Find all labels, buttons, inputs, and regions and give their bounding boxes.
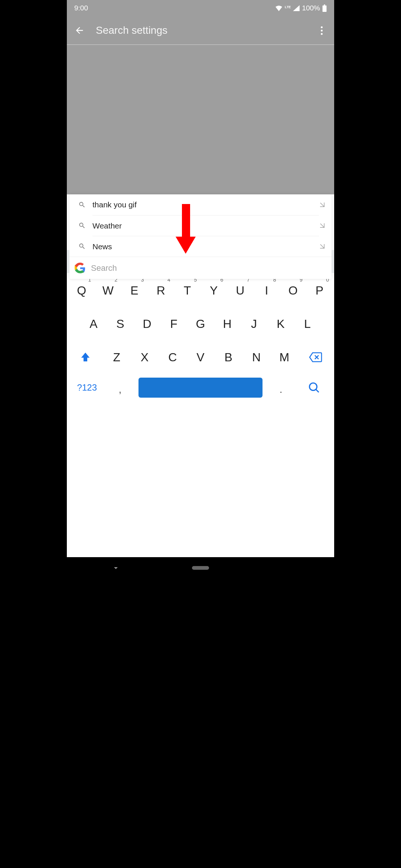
status-icons: LTE 100%: [275, 4, 327, 12]
signal-icon: [293, 5, 300, 11]
search-icon: [78, 243, 86, 250]
key-p[interactable]: 0P: [306, 275, 333, 306]
key-j[interactable]: J: [241, 309, 267, 339]
spacebar-surface: [138, 378, 263, 398]
keyboard: 1Q2W3E4R5T6Y7U8I9O0P ASDFGHJKL ZXCVBNM ?…: [67, 273, 334, 557]
key-v[interactable]: V: [186, 342, 214, 372]
search-icon: [78, 222, 86, 229]
keyboard-row-3: ZXCVBNM: [68, 342, 333, 372]
status-time: 9:00: [74, 4, 88, 12]
insert-suggestion-icon[interactable]: [319, 201, 326, 208]
google-logo-icon: [75, 263, 86, 274]
key-z[interactable]: Z: [103, 342, 131, 372]
key-m[interactable]: M: [270, 342, 298, 372]
key-c[interactable]: C: [159, 342, 186, 372]
key-e[interactable]: 3E: [121, 275, 147, 306]
key-o[interactable]: 9O: [280, 275, 306, 306]
search-action-key[interactable]: [295, 372, 333, 403]
key-u[interactable]: 7U: [227, 275, 253, 306]
svg-rect-2: [182, 204, 190, 238]
keyboard-row-1: 1Q2W3E4R5T6Y7U8I9O0P: [68, 275, 333, 306]
app-bar: Search settings: [67, 16, 334, 45]
key-n[interactable]: N: [242, 342, 270, 372]
keyboard-dismiss-button[interactable]: [111, 563, 120, 572]
search-suggestions-panel: thank you gif Weather News Search: [69, 194, 332, 279]
arrow-back-icon: [74, 25, 85, 36]
key-d[interactable]: D: [134, 309, 160, 339]
navigation-bar: [67, 557, 334, 579]
appbar-divider: [67, 45, 334, 45]
key-a[interactable]: A: [80, 309, 107, 339]
key-b[interactable]: B: [215, 342, 242, 372]
comma-key[interactable]: ,: [106, 372, 134, 403]
back-button[interactable]: [72, 23, 87, 38]
annotation-arrow: [176, 204, 196, 254]
search-icon: [309, 382, 320, 393]
key-t[interactable]: 5T: [174, 275, 200, 306]
key-k[interactable]: K: [267, 309, 294, 339]
key-f[interactable]: F: [160, 309, 187, 339]
search-placeholder: Search: [91, 263, 117, 273]
insert-suggestion-icon[interactable]: [319, 243, 326, 250]
key-i[interactable]: 8I: [253, 275, 280, 306]
symbols-key[interactable]: ?123: [68, 372, 106, 403]
overflow-menu-button[interactable]: [314, 26, 329, 35]
wifi-icon: [275, 5, 283, 11]
suggestion-row[interactable]: News: [69, 236, 332, 257]
key-x[interactable]: X: [131, 342, 159, 372]
suggestion-text: Weather: [92, 215, 319, 236]
key-h[interactable]: H: [214, 309, 241, 339]
keyboard-row-4: ?123 , .: [68, 372, 333, 403]
network-label: LTE: [285, 6, 291, 9]
key-w[interactable]: 2W: [95, 275, 121, 306]
more-vert-icon: [321, 26, 323, 28]
spacebar-key[interactable]: [134, 372, 267, 403]
battery-icon: [322, 4, 327, 12]
backspace-key[interactable]: [298, 342, 333, 372]
shift-icon: [80, 352, 91, 363]
suggestion-row[interactable]: Weather: [69, 215, 332, 236]
status-bar: 9:00 LTE 100%: [67, 0, 334, 16]
search-settings-input[interactable]: Search settings: [87, 24, 314, 36]
key-r[interactable]: 4R: [148, 275, 174, 306]
keyboard-row-2: ASDFGHJKL: [68, 309, 333, 339]
svg-rect-0: [323, 6, 327, 12]
suggestion-row[interactable]: thank you gif: [69, 194, 332, 215]
shift-key[interactable]: [68, 342, 103, 372]
key-s[interactable]: S: [107, 309, 134, 339]
backspace-icon: [309, 352, 322, 362]
svg-rect-1: [324, 4, 325, 6]
key-g[interactable]: G: [187, 309, 214, 339]
key-q[interactable]: 1Q: [68, 275, 95, 306]
period-key[interactable]: .: [267, 372, 295, 403]
key-y[interactable]: 6Y: [200, 275, 227, 306]
home-pill[interactable]: [192, 566, 209, 570]
battery-percent: 100%: [302, 4, 320, 12]
search-icon: [78, 201, 86, 208]
suggestion-text: thank you gif: [92, 194, 319, 215]
key-l[interactable]: L: [294, 309, 321, 339]
google-search-input[interactable]: Search: [69, 257, 332, 279]
suggestion-text: News: [92, 236, 319, 257]
insert-suggestion-icon[interactable]: [319, 222, 326, 229]
